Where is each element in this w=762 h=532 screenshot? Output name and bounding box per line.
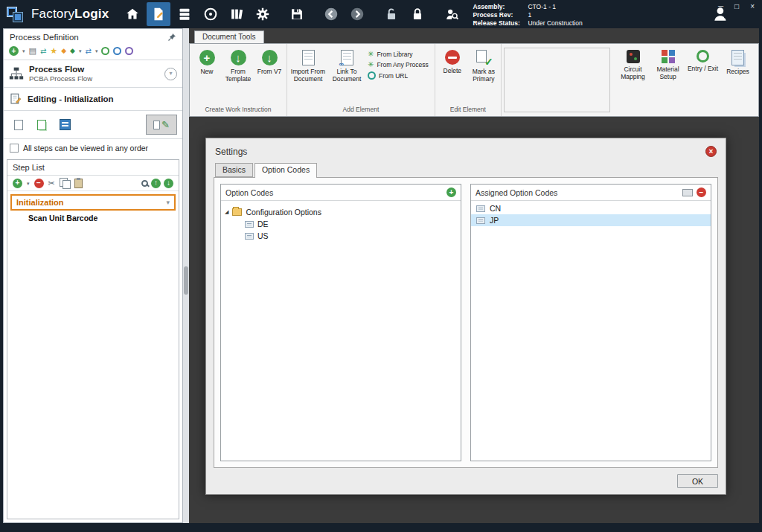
sync-caret-icon[interactable]: ▾: [95, 48, 98, 54]
flag-caret-icon[interactable]: ▾: [79, 48, 82, 54]
from-v7-button[interactable]: ↓ From V7: [254, 46, 285, 77]
home-button[interactable]: [121, 2, 144, 26]
panel-splitter[interactable]: [183, 28, 189, 523]
forward-button[interactable]: [345, 2, 369, 26]
ribbon-empty-region: [504, 48, 610, 112]
sync-icon[interactable]: ⇄: [86, 48, 92, 55]
import-from-document-button[interactable]: Import From Document: [289, 46, 327, 85]
step-order-checkbox[interactable]: [10, 144, 19, 153]
new-icon: +: [199, 50, 215, 65]
paste-icon[interactable]: [74, 179, 83, 188]
settings-button[interactable]: [251, 2, 275, 26]
user-search-icon: [444, 6, 460, 22]
print-icon[interactable]: ▤: [29, 47, 36, 55]
step-item-scan-unit-barcode[interactable]: Scan Unit Barcode: [7, 211, 179, 225]
work-instructions-button[interactable]: [147, 2, 170, 26]
star-icon[interactable]: ★: [50, 47, 57, 55]
minimize-button[interactable]: ─: [718, 3, 723, 10]
keyboard-icon[interactable]: [682, 189, 693, 196]
add-step-icon[interactable]: +: [13, 179, 22, 188]
move-up-icon[interactable]: ↑: [151, 179, 161, 188]
move-down-icon[interactable]: ↓: [164, 179, 173, 188]
options-icon[interactable]: [125, 47, 133, 55]
tab-basics[interactable]: Basics: [215, 163, 253, 177]
close-button[interactable]: ×: [750, 3, 755, 10]
tab-option-codes[interactable]: Option Codes: [254, 163, 317, 178]
view-document-button[interactable]: [9, 115, 28, 135]
step-label: Initialization: [16, 198, 64, 207]
add-group-label: Add Element: [287, 106, 435, 116]
assigned-option-codes-list: CN JP: [471, 201, 711, 226]
link-to-document-button[interactable]: ∞ Link To Document: [327, 46, 366, 85]
material-setup-button[interactable]: Material Setup: [650, 46, 685, 114]
production-button[interactable]: [199, 2, 222, 26]
milestone-icon[interactable]: ◆: [61, 48, 66, 54]
cut-icon[interactable]: ✂: [48, 179, 55, 188]
assembly-value: CTO-1 - 1: [528, 3, 556, 11]
recipes-button[interactable]: Recipes: [720, 46, 755, 114]
validate-icon[interactable]: [101, 47, 109, 55]
tree-root-row[interactable]: ◢ Configuration Options: [225, 206, 457, 218]
add-icon[interactable]: +: [9, 46, 19, 56]
pin-icon[interactable]: [167, 33, 176, 42]
sidebar-scrollbar-thumb[interactable]: [184, 266, 188, 295]
tree-expander-icon[interactable]: ◢: [225, 209, 228, 215]
edit-mode-toggle[interactable]: ✎: [146, 115, 177, 135]
step-chevron-icon[interactable]: ▾: [166, 199, 170, 206]
dialog-close-button[interactable]: ×: [705, 146, 717, 157]
from-any-process-button[interactable]: ✳ From Any Process: [368, 61, 429, 68]
remove-assigned-button[interactable]: −: [697, 188, 706, 197]
process-button[interactable]: [173, 2, 196, 26]
library-button[interactable]: [225, 2, 249, 26]
back-button[interactable]: [319, 2, 343, 26]
from-library-button[interactable]: ✳ From Library: [368, 51, 429, 58]
find-user-button[interactable]: [440, 2, 464, 26]
layers-icon: [176, 6, 193, 22]
copy-steps-button[interactable]: [32, 115, 51, 135]
copy-document-icon: [37, 120, 46, 130]
option-codes-group: Option Codes + ◢ Configuration Options: [220, 184, 461, 461]
circuit-mapping-button[interactable]: Circuit Mapping: [615, 46, 650, 114]
tree-item-us[interactable]: US: [225, 230, 457, 242]
zoom-icon[interactable]: [141, 180, 148, 187]
add-caret-icon[interactable]: ▾: [22, 48, 25, 54]
chevron-down-icon: ▾: [169, 71, 172, 77]
process-flow-item[interactable]: Process Flow PCBA Process Flow ▾: [4, 60, 182, 88]
settings-dialog: Settings × Basics Option Codes Option Co…: [205, 138, 726, 495]
from-template-button[interactable]: ↓ From Template: [222, 46, 254, 85]
expand-process-button[interactable]: ▾: [164, 68, 177, 80]
copy-icon[interactable]: [60, 178, 70, 188]
import-from-document-label: Import From Document: [289, 68, 327, 83]
from-v7-icon: ↓: [262, 50, 278, 65]
folder-icon: [232, 208, 242, 216]
ok-button[interactable]: OK: [677, 474, 718, 488]
step-list-title: Step List: [7, 160, 179, 176]
maximize-button[interactable]: □: [734, 3, 739, 10]
add-option-code-button[interactable]: +: [446, 188, 456, 197]
lock-button[interactable]: [406, 2, 429, 26]
delete-label: Delete: [444, 68, 462, 75]
list-item-jp[interactable]: JP: [471, 214, 711, 226]
window-body: Process Definition + ▾ ▤ ⇄ ★ ◆ ◆ ▾ ⇄ ▾: [0, 28, 762, 523]
delete-button[interactable]: Delete: [437, 46, 468, 77]
transfer-icon[interactable]: ⇄: [40, 48, 46, 55]
create-group-label: Create Work Instruction: [190, 106, 286, 116]
disc-icon: [202, 6, 219, 22]
unlock-button[interactable]: [380, 2, 403, 26]
from-url-button[interactable]: From URL: [368, 71, 429, 80]
new-button[interactable]: + New: [191, 46, 222, 77]
release-icon[interactable]: [113, 47, 121, 55]
tab-document-tools[interactable]: Document Tools: [194, 31, 264, 43]
entry-exit-button[interactable]: Entry / Exit: [685, 46, 720, 114]
save-button[interactable]: [285, 2, 309, 26]
list-item-cn[interactable]: CN: [471, 202, 711, 214]
tree-item-de[interactable]: DE: [225, 218, 457, 230]
delete-step-icon[interactable]: −: [34, 179, 44, 188]
mark-as-primary-button[interactable]: ✓ Mark as Primary: [468, 46, 499, 85]
add-step-caret-icon[interactable]: ▾: [27, 181, 30, 186]
app-title: FactoryLogix: [31, 7, 109, 22]
step-item-initialization[interactable]: Initialization ▾: [10, 194, 176, 211]
flag-icon[interactable]: ◆: [70, 48, 75, 54]
editing-header: Editing - Initialization: [4, 88, 182, 111]
scan-button[interactable]: [55, 115, 74, 135]
